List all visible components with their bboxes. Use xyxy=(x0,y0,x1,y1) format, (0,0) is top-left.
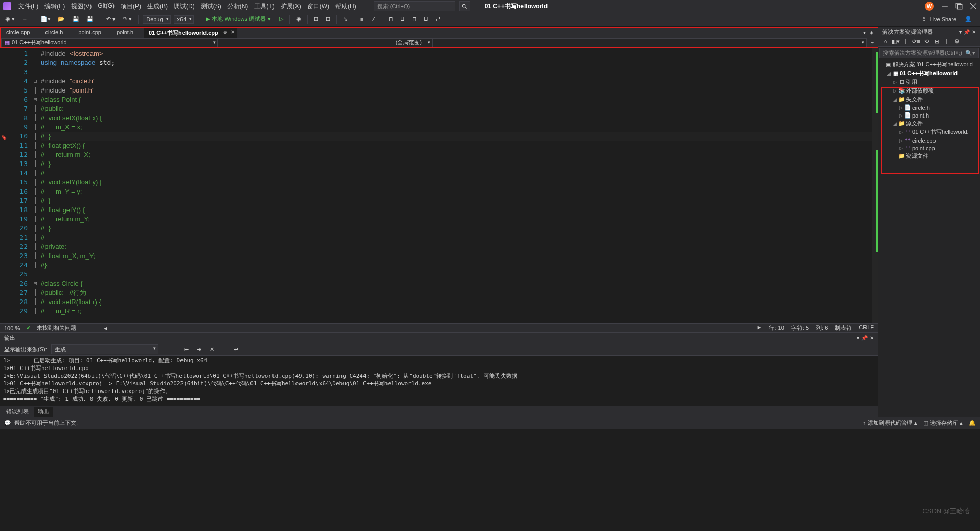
uncomment-button[interactable]: ≢ xyxy=(369,15,378,24)
menu-item[interactable]: 工具(T) xyxy=(251,1,277,12)
save-all-button[interactable]: 💾 xyxy=(84,15,96,24)
output-goto-icon[interactable]: ≣ xyxy=(169,345,178,354)
menu-item[interactable]: 分析(N) xyxy=(224,1,252,12)
tree-solution-root[interactable]: ▣解决方案 '01 C++书写helloworld xyxy=(878,60,980,69)
menu-item[interactable]: 帮助(H) xyxy=(332,1,359,12)
tab-error-list[interactable]: 错误列表 xyxy=(2,407,33,417)
zoom-level[interactable]: 100 % xyxy=(4,325,20,331)
redo-button[interactable]: ↷ ▾ xyxy=(121,15,134,24)
output-clear-icon[interactable]: ✕≣ xyxy=(208,345,221,354)
code-content[interactable]: #include <iostream> using namespace std;… xyxy=(41,48,872,323)
tb-icon-6[interactable]: ⊔ xyxy=(398,15,407,24)
tb-icon-3[interactable]: ⊟ xyxy=(324,15,332,24)
output-prev-icon[interactable]: ⇤ xyxy=(182,345,191,354)
platform-combo[interactable]: x64 xyxy=(174,15,194,24)
tb-icon-1[interactable]: ◉ xyxy=(294,15,303,24)
nav-scope-combo[interactable]: (全局范围) xyxy=(218,38,432,47)
editor-tab[interactable]: circle.cpp xyxy=(1,28,40,38)
eol-mode[interactable]: CRLF xyxy=(859,324,874,332)
start-debug-button[interactable]: ▶ 本地 Windows 调试器 ▾ xyxy=(202,14,274,24)
tab-pin-icon[interactable]: ⊕ xyxy=(223,30,227,35)
output-dropdown-icon[interactable]: ▾ xyxy=(857,335,859,341)
tb-icon-4[interactable]: ↘ xyxy=(341,15,350,24)
open-file-button[interactable]: 📂 xyxy=(56,15,67,24)
editor-tab[interactable]: 01 C++书写helloworld.cpp⊕✕ xyxy=(144,28,237,38)
tabs-dropdown-icon[interactable]: ▾ xyxy=(863,30,866,36)
tree-resource-folder[interactable]: 📁资源文件 xyxy=(878,152,980,160)
se-filter-icon[interactable]: ⚙ xyxy=(953,38,961,45)
se-home-icon[interactable]: ⌂ xyxy=(881,38,890,45)
output-source-combo[interactable]: 生成 xyxy=(51,344,158,354)
menu-item[interactable]: 调试(D) xyxy=(171,1,198,12)
breakpoint-margin[interactable]: 🔖 xyxy=(0,48,8,323)
notifications-icon[interactable]: 🔔 xyxy=(969,420,976,426)
se-views-icon[interactable]: ◧▾ xyxy=(892,38,900,45)
minimize-icon[interactable] xyxy=(941,3,948,10)
vcs-button[interactable]: ↑ 添加到源代码管理 ▴ xyxy=(863,419,917,427)
tree-source-file[interactable]: ▷⁺⁺point.cpp xyxy=(878,144,980,152)
save-button[interactable]: 💾 xyxy=(70,15,81,24)
tree-project[interactable]: ◢▦01 C++书写helloworld xyxy=(878,69,980,78)
tab-output[interactable]: 输出 xyxy=(34,407,53,417)
se-close-icon[interactable]: ✕ xyxy=(972,29,976,35)
menu-item[interactable]: 视图(V) xyxy=(68,1,95,12)
undo-button[interactable]: ↶ ▾ xyxy=(104,15,118,24)
se-refresh-icon[interactable]: ⟲ xyxy=(922,38,930,45)
editor-tab[interactable]: point.h xyxy=(111,28,144,38)
minimap-scrollbar[interactable] xyxy=(872,48,878,323)
menu-item[interactable]: 扩展(X) xyxy=(278,1,304,12)
nav-member-combo[interactable] xyxy=(432,38,867,47)
tabs-settings-icon[interactable]: ✶ xyxy=(869,30,874,36)
tree-source-folder[interactable]: ◢📁源文件 xyxy=(878,119,980,128)
tb-icon-8[interactable]: ⊔ xyxy=(422,15,430,24)
repo-button[interactable]: ◫ 选择存储库 ▴ xyxy=(923,419,963,427)
nav-project-combo[interactable]: ▦ 01 C++书写helloworld xyxy=(1,38,218,47)
tree-references[interactable]: ▷⊡引用 xyxy=(878,78,980,86)
global-search[interactable]: 搜索 (Ctrl+Q) xyxy=(374,1,455,11)
se-more-icon[interactable]: ⋯ xyxy=(963,38,971,45)
output-next-icon[interactable]: ⇥ xyxy=(195,345,203,354)
tree-source-file[interactable]: ▷⁺⁺circle.cpp xyxy=(878,136,980,144)
menu-item[interactable]: Git(G) xyxy=(95,1,118,12)
search-button[interactable] xyxy=(459,1,470,11)
maximize-icon[interactable] xyxy=(955,3,963,10)
output-text[interactable]: 1>------ 已启动生成: 项目: 01 C++书写helloworld, … xyxy=(0,356,878,406)
se-search[interactable]: 搜索解决方案资源管理器(Ctrl+;) 🔍▾ xyxy=(879,48,979,58)
menu-item[interactable]: 测试(S) xyxy=(198,1,224,12)
menu-item[interactable]: 编辑(E) xyxy=(41,1,68,12)
tb-icon-5[interactable]: ⊓ xyxy=(386,15,395,24)
close-icon[interactable] xyxy=(970,3,977,10)
issues-icon[interactable]: ✔ xyxy=(26,325,31,331)
tab-close-icon[interactable]: ✕ xyxy=(231,29,235,35)
new-file-button[interactable]: 📄▾ xyxy=(38,15,53,24)
liveshare-button[interactable]: Live Share xyxy=(929,16,956,22)
tb-icon-9[interactable]: ⇄ xyxy=(434,15,442,24)
hscroll-left[interactable]: ◄ xyxy=(103,325,108,331)
admin-icon[interactable]: 👤 xyxy=(965,16,972,22)
config-combo[interactable]: Debug xyxy=(143,15,170,24)
tb-icon-2[interactable]: ⊞ xyxy=(312,15,321,24)
tree-source-file[interactable]: ▷⁺⁺01 C++书写helloworld. xyxy=(878,128,980,136)
hscroll-right[interactable]: ► xyxy=(757,324,762,332)
menu-item[interactable]: 生成(B) xyxy=(144,1,171,12)
tb-icon-7[interactable]: ⊓ xyxy=(410,15,419,24)
comment-button[interactable]: ≡ xyxy=(358,15,366,24)
tree-external-deps[interactable]: ▷📚外部依赖项 xyxy=(878,86,980,95)
se-sync-icon[interactable]: ⟳≡ xyxy=(912,38,920,45)
indent-mode[interactable]: 制表符 xyxy=(835,324,852,332)
nav-back-button[interactable]: ◉ ▾ xyxy=(3,15,17,24)
tree-header-file[interactable]: ▷📄point.h xyxy=(878,111,980,119)
editor-tab[interactable]: point.cpp xyxy=(73,28,111,38)
tree-header-folder[interactable]: ◢📁头文件 xyxy=(878,95,980,104)
tree-header-file[interactable]: ▷📄circle.h xyxy=(878,104,980,111)
output-close-icon[interactable]: ✕ xyxy=(870,335,874,341)
menu-item[interactable]: 文件(F) xyxy=(15,1,41,12)
output-wrap-icon[interactable]: ↩ xyxy=(232,345,240,354)
output-pin-icon[interactable]: 📌 xyxy=(861,335,868,341)
menu-item[interactable]: 窗口(W) xyxy=(304,1,332,12)
nav-fwd-button[interactable]: → xyxy=(20,15,30,24)
editor-tab[interactable]: circle.h xyxy=(40,28,73,38)
se-dropdown-icon[interactable]: ▾ xyxy=(959,29,962,35)
fold-column[interactable]: ⊟ │ ⊟ │ │ │ │ │ │ │ │ │ │ │ │ │ │ │ │ │ … xyxy=(34,48,41,323)
split-icon[interactable]: ⫟ xyxy=(867,40,878,45)
